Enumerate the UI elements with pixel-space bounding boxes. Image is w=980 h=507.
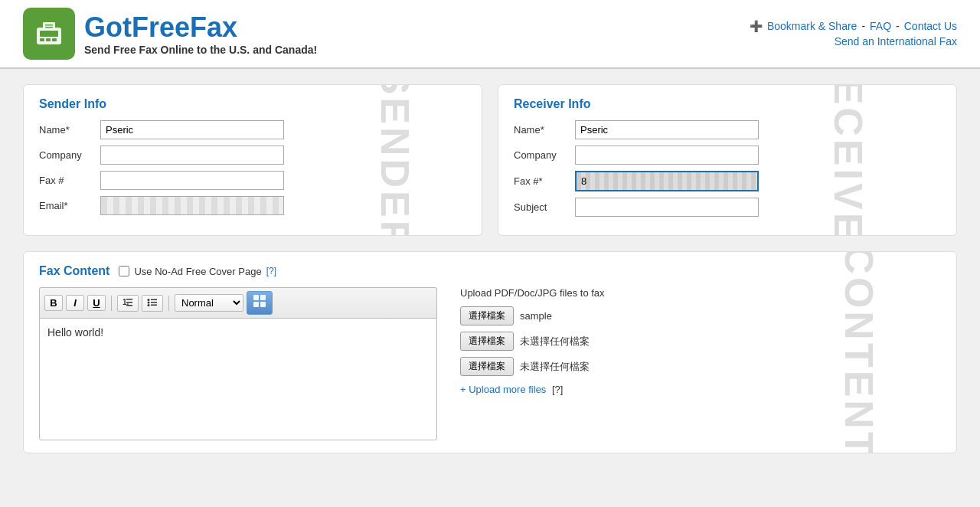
sender-info-title: Sender Info xyxy=(39,97,466,111)
receiver-subject-input[interactable] xyxy=(575,198,759,217)
file-select-button-1[interactable]: 選擇檔案 xyxy=(460,306,514,325)
main-content: Sender Info SENDER Name* Company Fax # E… xyxy=(0,69,980,469)
toolbar-separator1 xyxy=(111,296,112,311)
upload-more: + Upload more files [?] xyxy=(460,384,941,395)
receiver-subject-row: Subject xyxy=(514,198,941,217)
italic-button[interactable]: I xyxy=(66,295,84,311)
sender-company-row: Company xyxy=(39,146,466,165)
separator1: - xyxy=(861,20,865,32)
sender-fax-label: Fax # xyxy=(39,175,100,186)
editor-content[interactable]: Hello world! xyxy=(39,318,437,440)
svg-rect-2 xyxy=(40,38,44,41)
svg-rect-21 xyxy=(260,302,266,307)
file-name-2: 未選擇任何檔案 xyxy=(520,335,590,348)
separator2: - xyxy=(896,20,900,32)
sender-company-input[interactable] xyxy=(100,146,284,165)
file-select-button-2[interactable]: 選擇檔案 xyxy=(460,332,514,351)
file-select-button-3[interactable]: 選擇檔案 xyxy=(460,357,514,376)
receiver-info-box: Receiver Info RECEIVER Name* Company Fax… xyxy=(498,84,957,236)
receiver-company-label: Company xyxy=(514,149,575,161)
svg-rect-10 xyxy=(126,302,132,303)
contact-link[interactable]: Contact Us xyxy=(904,20,957,32)
no-ad-text: Use No-Ad Free Cover Page xyxy=(134,266,261,277)
logo-area: GotFreeFax Send Free Fax Online to the U… xyxy=(23,8,317,60)
fax-content-box: CONTENT Fax Content Use No-Ad Free Cover… xyxy=(23,251,957,453)
svg-point-14 xyxy=(148,304,150,306)
file-row-1: 選擇檔案 sample xyxy=(460,306,941,325)
insert-button[interactable] xyxy=(247,291,273,315)
no-ad-checkbox[interactable] xyxy=(119,266,129,276)
file-name-3: 未選擇任何檔案 xyxy=(520,360,590,374)
upload-area: Upload PDF/Doc/JPG files to fax 選擇檔案 sam… xyxy=(460,287,941,440)
upload-title: Upload PDF/Doc/JPG files to fax xyxy=(460,287,941,299)
format-select[interactable]: Normal Heading 1 Heading 2 Heading 3 xyxy=(175,294,243,312)
svg-rect-16 xyxy=(151,302,157,303)
bold-button[interactable]: B xyxy=(44,295,63,311)
underline-button[interactable]: U xyxy=(87,295,106,311)
content-header: Fax Content Use No-Ad Free Cover Page [?… xyxy=(39,264,941,278)
ordered-list-icon: 1. xyxy=(122,297,133,308)
svg-rect-15 xyxy=(151,299,157,300)
sender-email-row: Email* xyxy=(39,196,466,215)
file-name-1: sample xyxy=(520,310,552,322)
receiver-fax-row: Fax #* xyxy=(514,171,941,191)
receiver-fax-input[interactable] xyxy=(575,171,759,191)
no-ad-label[interactable]: Use No-Ad Free Cover Page [?] xyxy=(119,266,276,277)
editor-area: B I U 1. xyxy=(39,287,437,440)
svg-rect-7 xyxy=(45,27,53,28)
logo-text-area: GotFreeFax Send Free Fax Online to the U… xyxy=(84,11,317,56)
fax-content-title: Fax Content xyxy=(39,264,109,278)
receiver-name-input[interactable] xyxy=(575,120,759,139)
no-ad-help-link[interactable]: [?] xyxy=(266,266,276,276)
sender-email-label: Email* xyxy=(39,200,100,211)
receiver-name-row: Name* xyxy=(514,120,941,139)
svg-rect-19 xyxy=(260,295,266,300)
svg-rect-17 xyxy=(151,304,157,306)
svg-rect-4 xyxy=(52,38,57,41)
receiver-name-label: Name* xyxy=(514,124,575,136)
logo-subtitle: Send Free Fax Online to the U.S. and Can… xyxy=(84,44,317,56)
svg-rect-9 xyxy=(126,299,132,300)
svg-point-13 xyxy=(148,301,150,303)
logo-title: GotFreeFax xyxy=(84,11,317,44)
international-fax-link[interactable]: Send an International Fax xyxy=(835,35,957,47)
toolbar-separator2 xyxy=(168,296,169,311)
info-row: Sender Info SENDER Name* Company Fax # E… xyxy=(23,84,957,236)
ordered-list-button[interactable]: 1. xyxy=(117,295,139,312)
sender-name-row: Name* xyxy=(39,120,466,139)
content-body: B I U 1. xyxy=(39,287,941,440)
receiver-fax-label: Fax #* xyxy=(514,175,575,187)
svg-rect-11 xyxy=(126,305,132,306)
upload-more-help: [?] xyxy=(552,384,563,395)
header-links: ➕ Bookmark & Share - FAQ - Contact Us Se… xyxy=(750,20,957,47)
fax-icon xyxy=(32,17,66,51)
sender-company-label: Company xyxy=(39,149,100,161)
unordered-list-button[interactable] xyxy=(142,295,163,312)
svg-rect-20 xyxy=(253,302,259,307)
insert-table-icon xyxy=(252,293,267,309)
bookmark-icon: ➕ xyxy=(750,20,763,32)
svg-rect-3 xyxy=(46,38,51,41)
sender-name-label: Name* xyxy=(39,124,100,136)
file-row-3: 選擇檔案 未選擇任何檔案 xyxy=(460,357,941,376)
logo-icon xyxy=(23,8,75,60)
sender-info-box: Sender Info SENDER Name* Company Fax # E… xyxy=(23,84,482,236)
receiver-info-title: Receiver Info xyxy=(514,97,941,111)
bookmark-link[interactable]: Bookmark & Share xyxy=(767,20,858,32)
svg-rect-5 xyxy=(43,22,55,30)
sender-fax-row: Fax # xyxy=(39,171,466,190)
svg-rect-18 xyxy=(253,295,259,300)
insert-icon xyxy=(252,293,267,312)
sender-email-input[interactable] xyxy=(100,196,284,215)
upload-more-text: + Upload more files xyxy=(460,384,546,395)
sender-name-input[interactable] xyxy=(100,120,284,139)
faq-link[interactable]: FAQ xyxy=(870,20,891,32)
header: GotFreeFax Send Free Fax Online to the U… xyxy=(0,0,980,69)
svg-rect-6 xyxy=(45,25,53,26)
svg-rect-1 xyxy=(40,31,58,37)
receiver-company-input[interactable] xyxy=(575,146,759,165)
sender-fax-input[interactable] xyxy=(100,171,284,190)
upload-more-link[interactable]: + Upload more files xyxy=(460,384,549,395)
receiver-company-row: Company xyxy=(514,146,941,165)
editor-toolbar: B I U 1. xyxy=(39,287,437,318)
